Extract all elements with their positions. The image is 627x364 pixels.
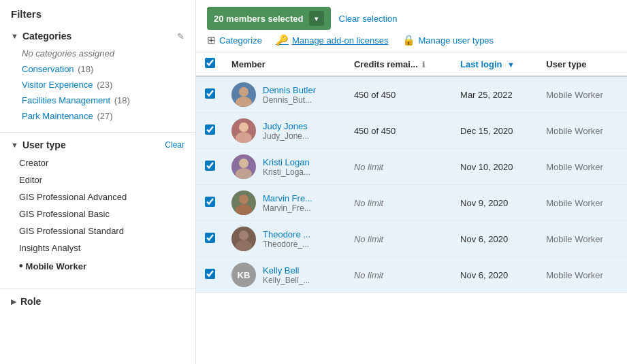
credits-column-header: Credits remai... ℹ <box>346 52 452 76</box>
row-checkbox-cell[interactable] <box>196 76 223 113</box>
row-checkbox-cell[interactable] <box>196 221 223 257</box>
usertype-cell: Mobile Worker <box>538 185 627 221</box>
manage-licenses-label: Manage add-on licenses <box>292 35 389 46</box>
usertype-cell: Mobile Worker <box>538 149 627 185</box>
list-item[interactable]: Storyteller <box>19 276 195 280</box>
avatar-img <box>231 191 256 215</box>
avatar: KB <box>231 263 256 287</box>
credits-cell: No limit <box>346 221 452 257</box>
selected-count-label: 20 members selected <box>214 14 304 24</box>
member-name[interactable]: Dennis Butler <box>263 85 316 95</box>
list-item[interactable]: Conservation (18) <box>22 61 195 77</box>
table-row: Dennis Butler Dennis_But... 450 of 450 M… <box>196 76 627 113</box>
credits-cell: No limit <box>346 257 452 293</box>
member-column-header: Member <box>223 52 346 76</box>
member-info: Marvin Fre... Marvin_Fre... <box>263 193 312 213</box>
list-item[interactable]: No categories assigned <box>22 46 195 61</box>
toolbar-row2: ⊞ Categorize 🔑 Manage add-on licenses 🔒 … <box>207 34 616 46</box>
role-header[interactable]: ▶ Role <box>0 292 195 311</box>
member-username: Marvin_Fre... <box>263 203 312 213</box>
usertype-column-header: User type <box>538 52 627 76</box>
manage-licenses-action[interactable]: 🔑 Manage add-on licenses <box>276 34 389 46</box>
avatar <box>231 118 256 143</box>
list-item[interactable]: GIS Professional Standard <box>19 222 195 239</box>
key-icon: 🔑 <box>276 34 289 46</box>
row-checkbox[interactable] <box>205 269 215 279</box>
list-item[interactable]: Facilities Management (18) <box>22 93 195 108</box>
clear-selection-link[interactable]: Clear selection <box>339 14 398 24</box>
list-item[interactable]: GIS Professional Basic <box>19 205 195 222</box>
role-label: Role <box>20 296 184 307</box>
lastlogin-cell: Mar 25, 2022 <box>452 76 538 113</box>
lastlogin-column-header[interactable]: Last login ▼ <box>452 52 538 76</box>
list-item-mobile-worker[interactable]: •Mobile Worker <box>19 257 195 276</box>
member-name[interactable]: Kristi Logan <box>263 157 310 167</box>
chevron-right-icon: ▶ <box>11 297 16 306</box>
sidebar: Filters ▼ Categories ✎ No categories ass… <box>0 0 196 364</box>
lastlogin-cell: Nov 6, 2020 <box>452 257 538 293</box>
member-info: Theodore ... Theodore_... <box>263 229 310 249</box>
row-checkbox-cell[interactable] <box>196 113 223 149</box>
members-table-container: Member Credits remai... ℹ Last login ▼ U… <box>196 52 627 364</box>
member-name[interactable]: Marvin Fre... <box>263 193 312 203</box>
table-header-row: Member Credits remai... ℹ Last login ▼ U… <box>196 52 627 76</box>
member-cell: Marvin Fre... Marvin_Fre... <box>223 185 346 221</box>
row-checkbox-cell[interactable] <box>196 149 223 185</box>
member-name[interactable]: Judy Jones <box>263 121 309 131</box>
credits-cell: 450 of 450 <box>346 113 452 149</box>
svg-point-0 <box>239 87 248 97</box>
list-item[interactable]: Visitor Experience (23) <box>22 77 195 93</box>
svg-point-8 <box>239 231 248 240</box>
member-name[interactable]: Kelly Bell <box>263 265 310 276</box>
user-type-section: ▼ User type Clear Creator Editor GIS Pro… <box>0 135 195 286</box>
member-username: Judy_Jone... <box>263 131 309 141</box>
manage-user-types-action[interactable]: 🔒 Manage user types <box>402 34 494 46</box>
row-checkbox[interactable] <box>205 125 215 135</box>
selected-badge[interactable]: 20 members selected ▾ <box>207 7 331 30</box>
member-info: Kelly Bell Kelly_Bell_... <box>263 265 310 285</box>
member-info: Dennis Butler Dennis_But... <box>263 85 316 105</box>
table-row: KB Kelly Bell Kelly_Bell_... No limit No… <box>196 257 627 293</box>
list-item[interactable]: Creator <box>19 154 195 171</box>
svg-point-3 <box>236 132 252 143</box>
categories-label: Categories <box>22 31 173 42</box>
row-checkbox-cell[interactable] <box>196 257 223 293</box>
member-cell: Judy Jones Judy_Jone... <box>223 113 346 149</box>
clear-user-type-link[interactable]: Clear <box>165 140 184 150</box>
categories-header[interactable]: ▼ Categories ✎ <box>0 27 195 46</box>
member-cell: KB Kelly Bell Kelly_Bell_... <box>223 257 346 293</box>
list-item[interactable]: GIS Professional Advanced <box>19 188 195 205</box>
list-item[interactable]: Park Maintenance (27) <box>22 108 195 124</box>
row-checkbox[interactable] <box>205 197 215 207</box>
dropdown-arrow-icon[interactable]: ▾ <box>309 11 324 26</box>
select-all-checkbox[interactable] <box>205 58 215 68</box>
usertype-cell: Mobile Worker <box>538 76 627 113</box>
avatar-img <box>231 118 256 143</box>
row-checkbox[interactable] <box>205 161 215 171</box>
list-item[interactable]: Editor <box>19 171 195 188</box>
categorize-action[interactable]: ⊞ Categorize <box>207 34 262 46</box>
main-content: 20 members selected ▾ Clear selection ⊞ … <box>196 0 627 364</box>
member-cell: Dennis Butler Dennis_But... <box>223 76 346 113</box>
row-checkbox[interactable] <box>205 233 215 243</box>
lastlogin-cell: Dec 15, 2020 <box>452 113 538 149</box>
toolbar: 20 members selected ▾ Clear selection ⊞ … <box>196 0 627 52</box>
edit-icon[interactable]: ✎ <box>177 31 184 42</box>
member-name[interactable]: Theodore ... <box>263 229 310 239</box>
categorize-label: Categorize <box>219 35 262 46</box>
select-all-header[interactable] <box>196 52 223 76</box>
svg-point-4 <box>239 159 248 168</box>
avatar <box>231 82 256 107</box>
avatar-img <box>231 82 256 107</box>
list-item[interactable]: Insights Analyst <box>19 239 195 257</box>
user-type-header[interactable]: ▼ User type Clear <box>0 135 195 154</box>
credits-cell: 450 of 450 <box>346 76 452 113</box>
row-checkbox[interactable] <box>205 88 215 99</box>
row-checkbox-cell[interactable] <box>196 185 223 221</box>
member-username: Theodore_... <box>263 239 310 249</box>
credits-cell: No limit <box>346 149 452 185</box>
user-type-list: Creator Editor GIS Professional Advanced… <box>0 154 195 280</box>
grid-icon: ⊞ <box>207 34 216 46</box>
table-row: Kristi Logan Kristi_Loga... No limit Nov… <box>196 149 627 185</box>
info-icon[interactable]: ℹ <box>422 61 425 69</box>
